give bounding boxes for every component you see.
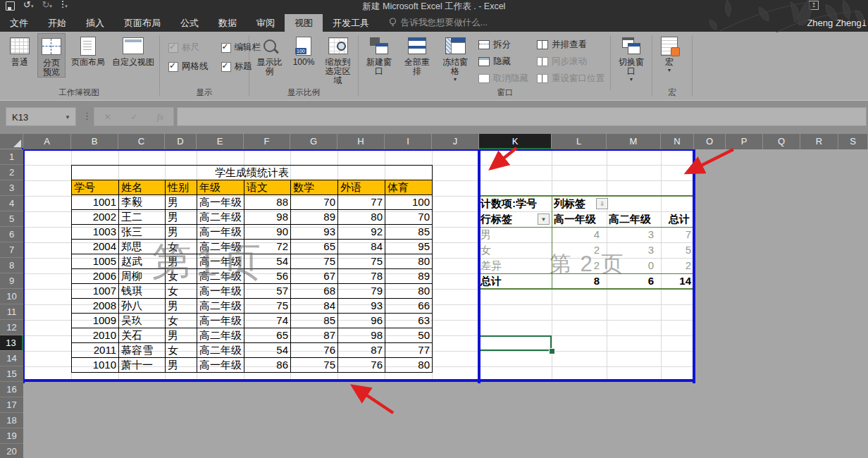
- table-header-cell[interactable]: 年级: [197, 180, 244, 195]
- row-header-15[interactable]: 15: [0, 366, 23, 382]
- tab-insert[interactable]: 插入: [76, 14, 114, 32]
- switch-windows-button[interactable]: 切换窗口 ▼: [614, 33, 648, 82]
- pivot-filter-dropdown[interactable]: ▼: [538, 213, 550, 225]
- pivot-grand-total[interactable]: 14: [661, 273, 694, 289]
- sheet-cell[interactable]: 65: [244, 328, 291, 343]
- sheet-cell[interactable]: 85: [291, 314, 338, 328]
- column-header-E[interactable]: E: [197, 134, 244, 149]
- sheet-cell[interactable]: 2004: [72, 240, 119, 254]
- sheet-cell[interactable]: 79: [338, 284, 385, 299]
- sheet-cell[interactable]: 66: [385, 299, 433, 314]
- sheet-cell[interactable]: 93: [291, 225, 338, 240]
- column-header-N[interactable]: N: [661, 134, 694, 149]
- page-layout-view-button[interactable]: 页面布局: [70, 33, 106, 67]
- sheet-cell[interactable]: 1010: [72, 358, 119, 373]
- sheet-cell[interactable]: 慕容雪: [119, 343, 166, 358]
- pivot-value[interactable]: 7: [661, 227, 694, 242]
- sheet-cell[interactable]: 86: [244, 358, 291, 373]
- insert-function-icon[interactable]: fx: [157, 111, 163, 123]
- table-header-cell[interactable]: 性别: [166, 180, 197, 195]
- row-header-14[interactable]: 14: [0, 351, 23, 366]
- row-header-18[interactable]: 18: [0, 413, 23, 428]
- sheet-cell[interactable]: 萧十一: [119, 358, 166, 373]
- sheet-cell[interactable]: 高二年级: [197, 299, 244, 314]
- select-all-corner[interactable]: [0, 134, 23, 149]
- page-break-border[interactable]: [22, 379, 695, 382]
- sheet-cell[interactable]: 92: [338, 225, 385, 240]
- pivot-sort-button[interactable]: ⇩: [596, 198, 608, 209]
- sheet-cell[interactable]: 75: [291, 358, 338, 373]
- column-header-L[interactable]: L: [552, 134, 607, 149]
- column-header-P[interactable]: P: [726, 134, 763, 149]
- tab-formulas[interactable]: 公式: [170, 14, 209, 32]
- user-name[interactable]: Zheng Zheng1: [807, 14, 868, 32]
- name-box[interactable]: K13 ▼: [6, 107, 76, 126]
- ruler-checkbox[interactable]: 标尺: [168, 42, 209, 54]
- sheet-cell[interactable]: 54: [244, 343, 291, 358]
- table-title-cell[interactable]: 学生成绩统计表: [72, 166, 433, 180]
- row-header-20[interactable]: 20: [0, 444, 23, 458]
- sheet-cell[interactable]: 75: [291, 254, 338, 269]
- row-header-2[interactable]: 2: [0, 165, 23, 180]
- cancel-entry-icon[interactable]: ✕: [104, 112, 111, 122]
- sheet-cell[interactable]: 98: [338, 328, 385, 343]
- sheet-cell[interactable]: 87: [291, 328, 338, 343]
- sheet-cell[interactable]: 1003: [72, 225, 119, 240]
- row-header-1[interactable]: 1: [0, 149, 23, 165]
- pivot-row-header[interactable]: 女: [480, 242, 550, 258]
- column-header-O[interactable]: O: [694, 134, 726, 149]
- sheet-cell[interactable]: 男: [166, 328, 197, 343]
- sheet-cell[interactable]: 80: [338, 210, 385, 225]
- sheet-cell[interactable]: 1007: [72, 284, 119, 299]
- sheet-cell[interactable]: 男: [166, 358, 197, 373]
- column-header-Q[interactable]: Q: [763, 134, 800, 149]
- row-header-3[interactable]: 3: [0, 180, 23, 196]
- normal-view-button[interactable]: 普通: [6, 33, 33, 67]
- tab-home[interactable]: 开始: [38, 14, 76, 32]
- sheet-cell[interactable]: 王二: [119, 210, 166, 225]
- sheet-cell[interactable]: 89: [385, 269, 433, 284]
- row-header-7[interactable]: 7: [0, 242, 23, 258]
- sheet-cell[interactable]: 80: [385, 284, 433, 299]
- sheet-cell[interactable]: 高一年级: [197, 314, 244, 328]
- pivot-value[interactable]: 4: [552, 227, 607, 242]
- sheet-cell[interactable]: 68: [291, 284, 338, 299]
- table-header-cell[interactable]: 体育: [385, 180, 433, 195]
- tab-file[interactable]: 文件: [0, 14, 38, 32]
- sheet-cell[interactable]: 女: [166, 343, 197, 358]
- arrange-all-button[interactable]: 全部重排: [400, 33, 434, 76]
- column-header-H[interactable]: H: [337, 134, 385, 149]
- confirm-entry-icon[interactable]: ✓: [130, 112, 137, 122]
- formula-bar-splitter[interactable]: ⋮: [82, 107, 92, 126]
- row-header-8[interactable]: 8: [0, 258, 23, 273]
- table-header-cell[interactable]: 语文: [244, 180, 291, 195]
- column-header-J[interactable]: J: [432, 134, 479, 149]
- sheet-cell[interactable]: 76: [338, 358, 385, 373]
- sheet-cell[interactable]: 高一年级: [197, 358, 244, 373]
- synchronous-scrolling-button[interactable]: 同步滚动: [537, 56, 604, 68]
- sheet-cell[interactable]: 75: [244, 299, 291, 314]
- freeze-panes-button[interactable]: 冻结窗格 ▼: [438, 33, 472, 82]
- sheet-cell[interactable]: 75: [338, 254, 385, 269]
- sheet-cell[interactable]: 76: [291, 343, 338, 358]
- pivot-col-header[interactable]: 高一年级: [554, 211, 606, 227]
- unhide-button[interactable]: 取消隐藏: [478, 73, 528, 85]
- row-header-9[interactable]: 9: [0, 273, 23, 289]
- reset-window-position-button[interactable]: 重设窗口位置: [537, 73, 604, 85]
- page-break-divider[interactable]: [478, 148, 480, 383]
- row-header-6[interactable]: 6: [0, 227, 23, 242]
- table-header-cell[interactable]: 学号: [72, 180, 119, 195]
- sheet-cell[interactable]: 关石: [119, 328, 166, 343]
- row-header-16[interactable]: 16: [0, 382, 23, 397]
- row-header-12[interactable]: 12: [0, 320, 23, 335]
- row-header-4[interactable]: 4: [0, 196, 23, 211]
- row-header-10[interactable]: 10: [0, 289, 23, 304]
- sheet-cell[interactable]: 70: [385, 210, 433, 225]
- share-icon[interactable]: ↥: [809, 1, 819, 10]
- tab-page-layout[interactable]: 页面布局: [114, 14, 170, 32]
- sheet-cell[interactable]: 高二年级: [197, 343, 244, 358]
- pivot-value[interactable]: 3: [607, 227, 661, 242]
- sheet-cell[interactable]: 96: [338, 314, 385, 328]
- sheet-cell[interactable]: 67: [291, 269, 338, 284]
- zoom-to-selection-button[interactable]: 缩放到 选定区域: [321, 33, 354, 85]
